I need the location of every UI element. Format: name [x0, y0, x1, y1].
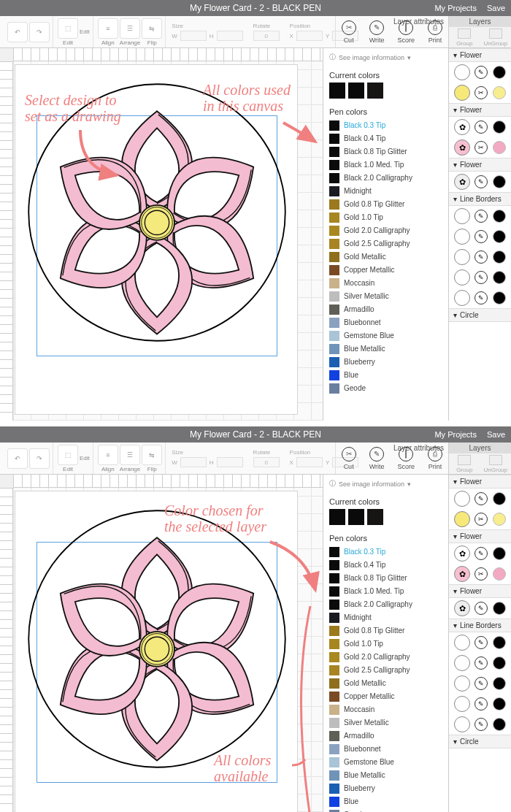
pen-color-option[interactable]: Blueberry	[329, 356, 442, 368]
layer-color-swatch[interactable]	[493, 86, 506, 99]
redo-button[interactable]: ↷	[29, 22, 50, 42]
layer-row[interactable]: ✿ ✎	[449, 117, 511, 137]
layer-row[interactable]: ✎	[449, 62, 511, 83]
rotate-field[interactable]: 0	[253, 31, 280, 41]
layer-color-swatch[interactable]	[493, 697, 506, 710]
pen-color-option[interactable]: Black 2.0 Calligraphy	[329, 598, 442, 610]
layer-row[interactable]: ✎	[449, 226, 511, 247]
select-all-button[interactable]: ⬚	[58, 445, 78, 465]
cut-op[interactable]: ✂ Cut	[342, 447, 356, 470]
arrange-button[interactable]: ☰	[120, 445, 140, 465]
layer-row[interactable]: ✎	[449, 632, 511, 653]
align-button[interactable]: ≡	[98, 445, 118, 465]
pen-color-option[interactable]: Blue	[329, 795, 442, 808]
print-op[interactable]: ⎙ Print	[428, 20, 442, 44]
x-field[interactable]	[296, 31, 323, 41]
layer-row[interactable]: ✎	[449, 714, 511, 735]
pen-color-option[interactable]: Gold 1.0 Tip	[329, 637, 442, 650]
layer-group-header[interactable]: ▾ Flower	[449, 529, 511, 543]
layer-group-header[interactable]: ▾ Circle	[449, 308, 511, 322]
layer-action-icon[interactable]: ✂	[474, 513, 488, 526]
arrange-button[interactable]: ☰	[120, 18, 140, 39]
pen-color-option[interactable]: Moccasin	[329, 703, 442, 716]
layer-row[interactable]: ✎	[449, 247, 511, 267]
current-color-swatch[interactable]	[329, 509, 345, 525]
layer-action-icon[interactable]: ✎	[474, 602, 488, 615]
layer-group-header[interactable]: ▾ Line Borders	[449, 618, 511, 632]
pen-color-option[interactable]: Silver Metallic	[329, 716, 442, 729]
layer-action-icon[interactable]: ✂	[474, 141, 488, 154]
pen-color-option[interactable]: Midnight	[329, 185, 442, 197]
pen-color-option[interactable]: Armadillo	[329, 303, 442, 315]
pen-color-option[interactable]: Black 0.8 Tip Glitter	[329, 572, 442, 584]
pen-color-option[interactable]: Gold 2.5 Calligraphy	[329, 664, 442, 676]
layer-row[interactable]: ✎	[449, 694, 511, 714]
pen-color-option[interactable]: Blueberry	[329, 782, 442, 794]
current-color-swatch[interactable]	[329, 83, 345, 99]
layer-group-header[interactable]: ▾ Circle	[449, 735, 511, 748]
layer-action-icon[interactable]: ✎	[474, 230, 488, 243]
cut-op[interactable]: ✂ Cut	[342, 20, 356, 44]
current-color-swatch[interactable]	[367, 509, 383, 525]
layer-color-swatch[interactable]	[493, 602, 506, 615]
layer-color-swatch[interactable]	[493, 656, 506, 670]
pen-color-option[interactable]: Blue	[329, 369, 442, 381]
layer-group-header[interactable]: ▾ Flower	[449, 475, 511, 489]
layer-row[interactable]: ✂	[449, 509, 511, 529]
layer-color-swatch[interactable]	[493, 291, 506, 304]
layer-group-header[interactable]: ▾ Line Borders	[449, 192, 511, 206]
layer-row[interactable]: ✎	[449, 288, 511, 308]
pen-color-option[interactable]: Black 0.4 Tip	[329, 559, 442, 571]
see-image-info[interactable]: ⓘ See image information ▾	[329, 479, 442, 489]
layer-color-swatch[interactable]	[493, 141, 506, 154]
layer-row[interactable]: ✿ ✂	[449, 564, 511, 584]
layer-action-icon[interactable]: ✎	[474, 718, 488, 731]
layer-row[interactable]: ✎	[449, 267, 511, 288]
pen-color-option[interactable]: Gemstone Blue	[329, 329, 442, 342]
canvas[interactable]: Select design toset as a drawing All col…	[0, 48, 323, 421]
flip-button[interactable]: ⇋	[142, 18, 162, 39]
layer-color-swatch[interactable]	[493, 230, 506, 243]
layer-color-swatch[interactable]	[493, 175, 506, 188]
pen-color-option[interactable]: Gold 2.0 Calligraphy	[329, 224, 442, 237]
group-button[interactable]: Group	[449, 453, 480, 474]
width-field[interactable]	[180, 457, 207, 467]
layer-row[interactable]: ✿ ✎	[449, 172, 511, 192]
layer-row[interactable]: ✿ ✂	[449, 137, 511, 158]
undo-button[interactable]: ↶	[7, 22, 28, 42]
canvas[interactable]: Color chosen forthe selected layer All c…	[0, 475, 323, 812]
layer-action-icon[interactable]: ✎	[474, 697, 488, 710]
group-button[interactable]: Group	[449, 27, 480, 47]
pen-color-list[interactable]: Black 0.3 Tip Black 0.4 Tip Black 0.8 Ti…	[329, 119, 442, 394]
canvas-artwork[interactable]	[22, 504, 292, 774]
undo-button[interactable]: ↶	[7, 448, 28, 469]
my-projects-link[interactable]: My Projects	[434, 430, 476, 439]
layer-color-swatch[interactable]	[493, 636, 506, 649]
layer-color-swatch[interactable]	[493, 250, 506, 264]
layer-action-icon[interactable]: ✎	[474, 66, 488, 79]
layer-row[interactable]: ✎	[449, 206, 511, 226]
pen-color-option[interactable]: Gemstone Blue	[329, 756, 442, 768]
layer-row[interactable]: ✎	[449, 673, 511, 694]
layer-action-icon[interactable]: ✎	[474, 291, 488, 304]
layer-group-header[interactable]: ▾ Flower	[449, 103, 511, 117]
current-color-swatch[interactable]	[348, 83, 364, 99]
pen-color-option[interactable]: Black 2.0 Calligraphy	[329, 172, 442, 184]
ungroup-button[interactable]: UnGroup	[480, 27, 512, 47]
layer-color-swatch[interactable]	[493, 120, 506, 134]
pen-color-option[interactable]: Gold Metallic	[329, 677, 442, 689]
pen-color-option[interactable]: Black 0.8 Tip Glitter	[329, 145, 442, 158]
layer-row[interactable]: ✿ ✎	[449, 543, 511, 564]
layer-color-swatch[interactable]	[493, 492, 506, 505]
flip-button[interactable]: ⇋	[142, 445, 162, 465]
align-button[interactable]: ≡	[98, 18, 118, 39]
layer-action-icon[interactable]: ✎	[474, 175, 488, 188]
pen-color-option[interactable]: Black 1.0 Med. Tip	[329, 158, 442, 171]
layer-color-swatch[interactable]	[493, 547, 506, 560]
pen-color-option[interactable]: Geode	[329, 808, 442, 812]
pen-color-list[interactable]: Black 0.3 Tip Black 0.4 Tip Black 0.8 Ti…	[329, 545, 442, 812]
layer-action-icon[interactable]: ✎	[474, 492, 488, 505]
score-op[interactable]: ┃ Score	[397, 447, 415, 470]
save-button[interactable]: Save	[487, 4, 505, 12]
layer-group-header[interactable]: ▾ Flower	[449, 584, 511, 598]
